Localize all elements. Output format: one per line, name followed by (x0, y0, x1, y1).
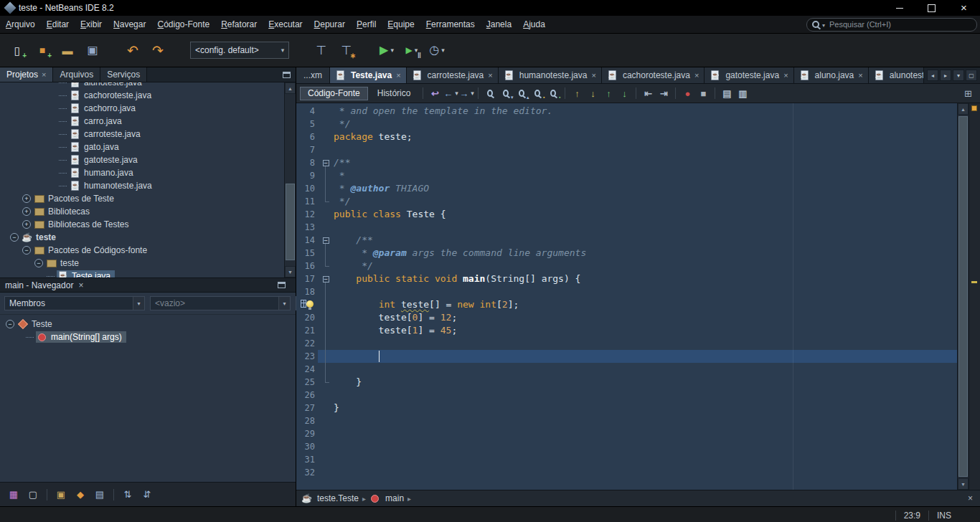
tree-item-carroteste-java[interactable]: ☕carroteste.java (0, 128, 285, 141)
scroll-up-icon[interactable] (285, 82, 296, 94)
config-select[interactable]: <config. default>▾ (190, 42, 289, 59)
line-number[interactable]: 16 (296, 260, 318, 272)
scroll-down-icon[interactable] (958, 478, 969, 490)
line-number[interactable]: 22 (296, 337, 318, 350)
scrollbar-thumb[interactable] (958, 116, 968, 477)
redo-button[interactable]: ↷ (146, 38, 169, 62)
chevron-down-icon[interactable] (822, 19, 825, 29)
find-previous-button[interactable]: ▴ (514, 86, 529, 100)
close-icon[interactable]: × (488, 72, 492, 80)
tree-item-bibliotecas[interactable]: +Bibliotecas (0, 205, 285, 218)
code-line-23[interactable]: 23 (296, 350, 957, 363)
expand-handle-icon[interactable]: − (10, 233, 19, 242)
expand-handle-icon[interactable]: − (6, 320, 14, 328)
line-number[interactable]: 8 (296, 156, 318, 169)
restore-button[interactable] (915, 0, 948, 16)
code-line-28[interactable]: 28 (296, 414, 957, 427)
code-line-16[interactable]: 16 */ (296, 260, 957, 272)
next-bookmark-button[interactable]: ↓ (585, 86, 600, 100)
next-occurrence-button[interactable]: ↓ (617, 86, 631, 100)
clean-build-project-button[interactable]: ⊤∗ (335, 38, 358, 62)
scroll-up-icon[interactable] (958, 103, 969, 115)
editor-tab-teste-java[interactable]: ☕Teste.java× (330, 67, 407, 83)
start-macro-recording-button[interactable]: ● (680, 86, 694, 100)
line-number[interactable]: 18 (296, 285, 318, 298)
menu-janela[interactable]: Janela (481, 16, 517, 32)
line-number[interactable]: 29 (296, 427, 318, 440)
minimize-panel-icon[interactable] (281, 71, 292, 79)
expand-handle-icon[interactable]: − (22, 246, 31, 255)
close-icon[interactable] (968, 493, 975, 503)
menu-perfil[interactable]: Perfil (351, 16, 382, 32)
code-line-12[interactable]: 12public class Teste { (296, 208, 957, 221)
file-status-warning-icon[interactable] (971, 105, 977, 111)
tree-item-alunoteste-java[interactable]: ☕alunoteste.java (0, 82, 285, 89)
fold-toggle-icon[interactable]: − (323, 160, 329, 166)
navigator-tree[interactable]: −Testemain(String[] args) (0, 315, 296, 482)
menu-codigo-fonte[interactable]: Código-Fonte (151, 16, 215, 32)
forward-button[interactable]: →▾ (459, 86, 473, 100)
menu-ferramentas[interactable]: Ferramentas (420, 16, 481, 32)
code-line-31[interactable]: 31 (296, 453, 957, 466)
code-line-17[interactable]: 17− public static void main(String[] arg… (296, 272, 957, 285)
chevron-down-icon[interactable] (133, 297, 144, 310)
editor-tab-humanoteste-java[interactable]: ☕humanoteste.java× (499, 67, 602, 83)
line-number[interactable]: 30 (296, 440, 318, 453)
editor-scrollbar[interactable] (957, 103, 969, 490)
close-icon[interactable]: × (858, 72, 862, 80)
expand-handle-icon[interactable]: − (34, 259, 43, 267)
stop-macro-recording-button[interactable]: ■ (696, 86, 710, 100)
menu-ajuda[interactable]: Ajuda (517, 16, 551, 32)
save-all-button[interactable]: ▣ (81, 38, 104, 62)
code-line-32[interactable]: 32 (296, 466, 957, 479)
menu-equipe[interactable]: Equipe (382, 16, 420, 32)
comment-button[interactable]: ▤ (720, 86, 734, 100)
close-icon[interactable]: × (591, 72, 595, 80)
line-number[interactable]: 21 (296, 324, 318, 337)
open-project-button[interactable]: ▬ (56, 38, 79, 62)
line-number[interactable]: 15 (296, 247, 318, 260)
undo-button[interactable]: ↶ (121, 38, 144, 62)
show-fields-button[interactable]: ▢ (24, 486, 42, 503)
line-number[interactable]: 25 (296, 376, 318, 389)
line-number[interactable]: 5 (296, 118, 318, 130)
code-line-25[interactable]: 25 } (296, 376, 957, 389)
shift-line-right-button[interactable]: ⇥ (656, 86, 671, 100)
run-project-button[interactable]: ▶▾ (375, 38, 398, 62)
members-combo[interactable]: Membros (4, 296, 145, 310)
line-number[interactable]: 13 (296, 221, 318, 234)
line-number[interactable]: 9 (296, 169, 318, 182)
line-number[interactable]: 23 (296, 350, 318, 363)
line-number[interactable]: 26 (296, 389, 318, 402)
code-line-13[interactable]: 13 (296, 221, 957, 234)
quick-search[interactable] (806, 18, 977, 32)
code-line-24[interactable]: 24 (296, 363, 957, 376)
tree-item-cachorro-java[interactable]: ☕cachorro.java (0, 102, 285, 115)
tab-list-button[interactable]: ▾ (953, 70, 964, 81)
minimize-panel-icon[interactable] (276, 281, 287, 289)
menu-exibir[interactable]: Exibir (75, 16, 108, 32)
scrollbar-track[interactable] (285, 94, 296, 266)
find-next-button[interactable]: ▾ (499, 86, 513, 100)
tree-item-bibliotecas-de-testes[interactable]: +Bibliotecas de Testes (0, 218, 285, 231)
filter-combo[interactable]: <vazio> (150, 296, 291, 310)
new-file-button[interactable]: ▯+ (6, 38, 29, 62)
tree-item-gatoteste-java[interactable]: ☕gatoteste.java (0, 153, 285, 166)
line-number[interactable]: 12 (296, 208, 318, 221)
code-line-7[interactable]: 7 (296, 143, 957, 156)
show-inherited-members-button[interactable]: ▦ (5, 486, 22, 503)
close-icon[interactable] (78, 280, 83, 290)
new-project-button[interactable]: ■+ (31, 38, 54, 62)
close-icon[interactable]: × (42, 71, 46, 79)
source-view-button[interactable]: Código-Fonte (300, 87, 368, 100)
expand-handle-icon[interactable]: + (22, 207, 31, 216)
tree-item-teste-java[interactable]: ☕Teste.java (0, 270, 285, 277)
close-icon[interactable]: × (396, 72, 400, 80)
code-editor[interactable]: 4 * and open the template in the editor.… (296, 103, 980, 490)
menu-arquivo[interactable]: Arquivo (0, 16, 41, 32)
line-number[interactable]: 4 (296, 105, 318, 118)
line-number[interactable]: 14 (296, 234, 318, 247)
line-number[interactable]: 7 (296, 143, 318, 156)
line-number[interactable]: 20 (296, 311, 318, 324)
tree-item-pacotes-de-teste[interactable]: +Pacotes de Teste (0, 192, 285, 205)
